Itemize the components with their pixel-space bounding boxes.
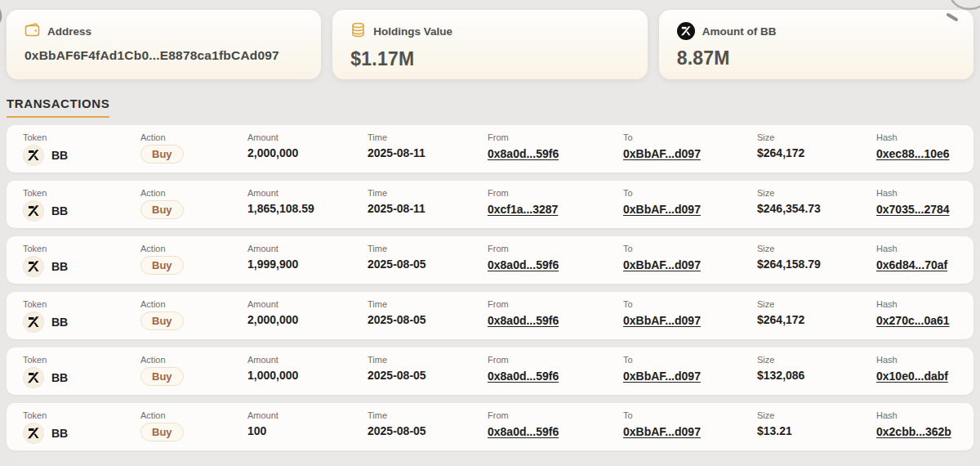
time-value: 2025-08-05 [368,369,488,382]
to-address-link[interactable]: 0xBbAF...d097 [623,258,701,271]
action-cell: Action Buy [140,410,247,450]
from-column-label: From [488,132,623,142]
to-cell: To 0xBbAF...d097 [623,299,757,339]
token-column-label: Token [23,244,140,253]
to-address-link[interactable]: 0xBbAF...d097 [623,147,701,160]
tx-hash-link[interactable]: 0x2cbb...362b [876,425,951,438]
size-column-label: Size [757,299,876,309]
action-cell: Action Buy [140,299,247,339]
hash-cell: Hash 0x2cbb...362b [876,410,960,450]
from-cell: From 0x8a0d...59f6 [488,299,623,339]
amount-value: 100 [247,424,368,437]
to-cell: To 0xBbAF...d097 [623,132,757,173]
token-symbol: BB [51,204,68,217]
bb-amount-value: 8.87M [677,47,956,69]
amount-column-label: Amount [247,355,368,365]
action-column-label: Action [140,132,247,142]
token-symbol: BB [51,260,68,273]
size-cell: Size $13.21 [757,410,876,450]
time-cell: Time 2025-08-11 [368,188,488,228]
to-cell: To 0xBbAF...d097 [623,410,757,450]
token-cell: Token BB [23,299,140,339]
from-column-label: From [488,188,623,198]
size-column-label: Size [757,132,876,142]
time-column-label: Time [368,132,488,142]
hash-column-label: Hash [876,132,960,142]
bb-token-icon [677,22,695,40]
from-address-link[interactable]: 0x8a0d...59f6 [488,425,559,438]
from-cell: From 0xcf1a...3287 [488,188,623,228]
token-symbol: BB [51,149,68,162]
from-column-label: From [488,299,623,309]
time-column-label: Time [368,244,488,253]
tx-hash-link[interactable]: 0x10e0...dabf [876,370,948,383]
tx-hash-link[interactable]: 0x270c...0a61 [876,314,950,327]
to-column-label: To [623,244,757,253]
transaction-row: Token BB Action Buy Amount 1,999,900 Ti [7,236,973,284]
from-address-link[interactable]: 0x8a0d...59f6 [488,147,559,160]
size-column-label: Size [757,188,876,198]
transaction-row: Token BB Action Buy Amount 1,865,108.59 [7,181,973,228]
transaction-row: Token BB Action Buy Amount 100 Time [7,403,973,450]
amount-value: 1,865,108.59 [247,202,368,215]
to-address-link[interactable]: 0xBbAF...d097 [623,425,701,438]
token-column-label: Token [23,299,140,309]
holdings-value: $1.17M [350,48,629,70]
bb-amount-card-label: Amount of BB [702,25,777,38]
transactions-section: TRANSACTIONS Token BB Action Buy Amount [0,79,980,450]
token-cell: Token BB [23,132,140,173]
transaction-row: Token BB Action Buy Amount 2,000,000 Ti [7,125,973,173]
amount-cell: Amount 2,000,000 [247,132,368,173]
amount-cell: Amount 1,999,900 [247,244,368,284]
from-address-link[interactable]: 0x8a0d...59f6 [488,314,559,327]
hash-column-label: Hash [876,355,960,365]
to-cell: To 0xBbAF...d097 [623,244,757,284]
token-cell: Token BB [23,410,140,450]
bb-token-icon [23,311,44,333]
amount-value: 2,000,000 [247,313,368,326]
bb-token-icon [23,256,44,277]
summary-cards: Address 0xBbAF6F4fAd1Cb0...E8878ca1fbCAd… [0,0,980,79]
token-symbol: BB [51,427,68,440]
from-cell: From 0x8a0d...59f6 [488,132,623,173]
size-column-label: Size [757,355,876,365]
size-value: $264,172 [757,313,876,326]
address-value: 0xBbAF6F4fAd1Cb0...E8878ca1fbCAd097 [24,48,303,63]
action-badge: Buy [140,145,184,164]
amount-cell: Amount 100 [247,410,368,450]
from-cell: From 0x8a0d...59f6 [488,410,623,450]
to-column-label: To [623,188,757,198]
from-address-link[interactable]: 0xcf1a...3287 [488,203,558,216]
wallet-icon [24,22,40,41]
tx-hash-link[interactable]: 0x7035...2784 [876,203,950,216]
time-column-label: Time [368,410,488,420]
to-address-link[interactable]: 0xBbAF...d097 [623,203,701,216]
token-cell: Token BB [23,355,140,395]
hash-cell: Hash 0x6d84...70af [876,244,960,284]
time-column-label: Time [368,299,488,309]
tx-hash-link[interactable]: 0x6d84...70af [876,258,947,271]
to-cell: To 0xBbAF...d097 [623,355,757,395]
to-address-link[interactable]: 0xBbAF...d097 [623,370,701,383]
action-cell: Action Buy [140,188,247,228]
tx-hash-link[interactable]: 0xec88...10e6 [876,147,950,160]
action-cell: Action Buy [140,132,247,173]
amount-column-label: Amount [247,132,368,142]
from-column-label: From [488,410,623,420]
to-address-link[interactable]: 0xBbAF...d097 [623,314,701,327]
hash-column-label: Hash [876,244,960,253]
action-cell: Action Buy [140,355,247,395]
from-address-link[interactable]: 0x8a0d...59f6 [488,258,559,271]
token-column-label: Token [23,188,140,198]
transaction-row: Token BB Action Buy Amount 1,000,000 Ti [7,347,973,395]
token-column-label: Token [23,132,140,142]
action-badge: Buy [140,367,184,386]
size-column-label: Size [757,244,876,253]
amount-cell: Amount 1,865,108.59 [247,188,368,228]
from-address-link[interactable]: 0x8a0d...59f6 [488,370,559,383]
amount-cell: Amount 1,000,000 [247,355,368,395]
from-cell: From 0x8a0d...59f6 [488,355,623,395]
to-column-label: To [623,410,757,420]
from-column-label: From [488,355,623,365]
token-cell: Token BB [23,244,140,284]
